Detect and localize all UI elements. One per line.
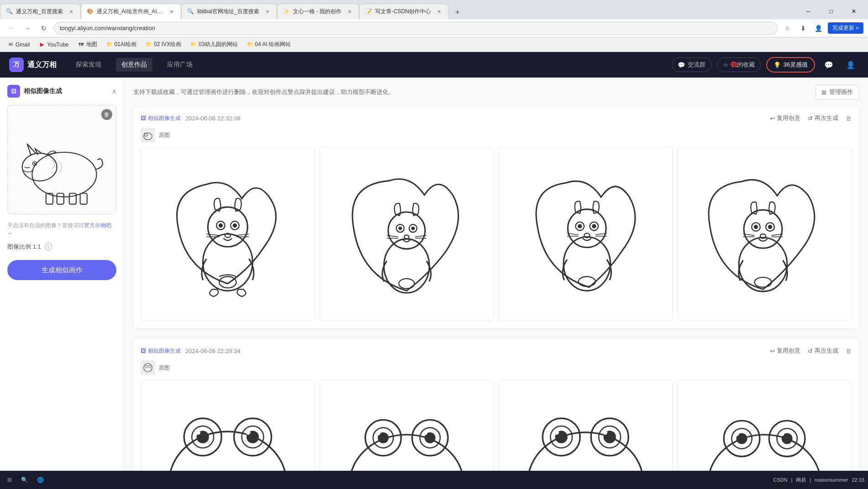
regenerate-button-2[interactable]: ↺ 再次生成 [808, 347, 838, 355]
tab-title-2: 通义万相_AI绘意作画_AI绘画... [97, 8, 163, 16]
spirit-label: 36灵感值 [784, 61, 808, 69]
delete-image-button[interactable]: 🗑 [101, 109, 112, 120]
hint-link[interactable]: 官方示例吧～ [7, 222, 111, 236]
exchange-button[interactable]: 💬 交流群 [672, 57, 711, 72]
grid-image-squirrel-3[interactable] [498, 147, 673, 321]
svg-rect-7 [80, 193, 87, 204]
svg-point-53 [754, 277, 771, 287]
hint-text: 手边没有合适的图像？直接试试官方示例吧～ [7, 222, 116, 237]
nav-explore[interactable]: 探索发现 [70, 58, 107, 72]
tab-5[interactable]: 📝 写文章-CSDN创作中心 ✕ [359, 4, 449, 19]
tab-close-3[interactable]: ✕ [264, 8, 271, 16]
tab-favicon-5: 📝 [365, 8, 372, 16]
tab-close-5[interactable]: ✕ [435, 8, 443, 16]
svg-point-0 [32, 152, 96, 197]
collect-button[interactable]: ☆ 我的收藏 [717, 57, 761, 72]
bookmark-ivx[interactable]: 📁 02 IVX绘画 [142, 39, 185, 50]
svg-point-58 [144, 364, 152, 372]
logo[interactable]: 万 通义万相 [9, 57, 57, 72]
generate-button[interactable]: 生成相似画作 [7, 260, 116, 280]
taskbar-label-csdn: CSDN [773, 477, 787, 483]
refresh-button[interactable]: ↻ [37, 22, 50, 35]
tab-4[interactable]: ✨ 文心一格 - 我的创作 ✕ [277, 4, 360, 19]
image-upload-area[interactable]: 🗑 [7, 105, 116, 214]
reuse-button-2[interactable]: ↩ 复用创意 [770, 347, 800, 355]
window-controls: ─ □ ✕ [798, 4, 868, 19]
reuse-icon-2: ↩ [770, 348, 775, 354]
star-icon[interactable]: ☆ [781, 22, 794, 35]
tab-close-2[interactable]: ✕ [168, 8, 175, 16]
svg-point-29 [399, 279, 414, 289]
taskbar-chrome[interactable]: 🌐 [33, 475, 47, 485]
svg-point-27 [411, 227, 415, 230]
svg-line-18 [206, 234, 219, 235]
spirit-icon: 💡 [774, 62, 781, 68]
squirrel-svg-1 [150, 156, 306, 312]
bookmark-map[interactable]: 🗺 地图 [74, 39, 101, 50]
svg-point-39 [592, 224, 596, 228]
content-header: 支持下载或收藏，可通过管理画作进行删除，欢迎对创作点赞点踩并提出建议，助力模型不… [133, 85, 859, 99]
message-icon-btn[interactable]: 💬 [821, 57, 837, 73]
taskbar-time: 22:33 [852, 477, 864, 483]
address-input[interactable] [54, 22, 778, 35]
download-icon[interactable]: ⬇ [797, 22, 810, 35]
bookmark-label-map: 地图 [86, 41, 97, 48]
forward-button[interactable]: → [21, 22, 34, 35]
taskbar-label-wangyi: 网易 [796, 477, 806, 484]
maximize-button[interactable]: □ [821, 4, 842, 19]
header-description: 支持下载或收藏，可通过管理画作进行删除，欢迎对创作点赞点踩并提出建议，助力模型不… [133, 88, 816, 96]
grid-image-squirrel-2[interactable] [319, 147, 494, 321]
bookmark-gmail[interactable]: ✉ Gmail [4, 40, 33, 50]
svg-point-47 [744, 210, 782, 248]
svg-point-10 [203, 234, 253, 291]
svg-point-101 [735, 432, 739, 436]
tab-2[interactable]: 🎨 通义万相_AI绘意作画_AI绘画... ✕ [81, 4, 181, 19]
nav-creative[interactable]: 创意作品 [116, 58, 152, 72]
sidebar-title: 相似图像生成 [24, 87, 62, 95]
tab-bar: 🔍 通义万相_百度搜索 ✕ 🎨 通义万相_AI绘意作画_AI绘画... ✕ 🔍 … [0, 0, 868, 19]
original-thumb-svg-2 [141, 361, 154, 374]
regenerate-button-1[interactable]: ↺ 再次生成 [808, 114, 838, 122]
tab-close-1[interactable]: ✕ [68, 8, 75, 16]
ratio-info-icon[interactable]: i [45, 243, 52, 250]
svg-line-20 [236, 234, 249, 235]
bookmark-ai-draw-01[interactable]: 📁 01AI绘画 [103, 39, 141, 50]
svg-point-37 [578, 224, 582, 228]
bookmark-label-gmail: Gmail [16, 42, 30, 48]
grid-image-squirrel-1[interactable] [141, 147, 315, 321]
tab-favicon-3: 🔍 [187, 8, 194, 16]
logo-text: 通义万相 [27, 60, 57, 70]
user-icon-btn[interactable]: 👤 [842, 57, 859, 73]
squirrel-svg-2 [329, 156, 485, 312]
collapse-button[interactable]: ∧ [112, 88, 116, 95]
minimize-button[interactable]: ─ [798, 4, 819, 19]
sidebar: 🖼 相似图像生成 ∧ [0, 78, 124, 489]
new-tab-button[interactable]: + [450, 5, 464, 19]
reuse-button-1[interactable]: ↩ 复用创意 [770, 114, 800, 122]
tab-close-4[interactable]: ✕ [346, 8, 353, 16]
tab-3[interactable]: 🔍 liblibai官网地址_百度搜索 ✕ [181, 4, 277, 19]
svg-point-49 [754, 225, 758, 229]
profile-icon[interactable]: 👤 [812, 22, 825, 35]
back-button[interactable]: ← [5, 22, 17, 35]
sidebar-feature-icon: 🖼 [7, 85, 20, 98]
browser-chrome: 🔍 通义万相_百度搜索 ✕ 🎨 通义万相_AI绘意作画_AI绘画... ✕ 🔍 … [0, 0, 868, 52]
taskbar-search[interactable]: 🔍 [17, 475, 31, 485]
complete-update-button[interactable]: 完成更新 » [828, 22, 863, 34]
bookmark-kindergarten[interactable]: 📁 03幼儿园的网站 [187, 39, 241, 50]
bookmark-youtube[interactable]: ▶ YouTube [35, 40, 72, 50]
delete-section-button-1[interactable]: 🗑 [846, 115, 852, 122]
spirit-button[interactable]: 💡 36灵感值 [766, 57, 815, 73]
manage-button[interactable]: ⊞ 管理画作 [816, 85, 859, 99]
close-button[interactable]: ✕ [843, 4, 864, 19]
tab-1[interactable]: 🔍 通义万相_百度搜索 ✕ [0, 4, 81, 19]
svg-point-102 [780, 432, 784, 436]
delete-section-button-2[interactable]: 🗑 [846, 348, 852, 354]
original-row-2: 原图 [141, 360, 852, 375]
grid-image-squirrel-4[interactable] [677, 147, 852, 321]
taskbar-start[interactable]: ⊞ [4, 475, 16, 485]
tab-favicon-1: 🔍 [6, 8, 13, 16]
exchange-icon: 💬 [678, 62, 685, 68]
nav-app-plaza[interactable]: 应用广场 [162, 58, 198, 72]
bookmark-ai-site-04[interactable]: 📁 04 AI 绘画网站 [243, 39, 295, 50]
